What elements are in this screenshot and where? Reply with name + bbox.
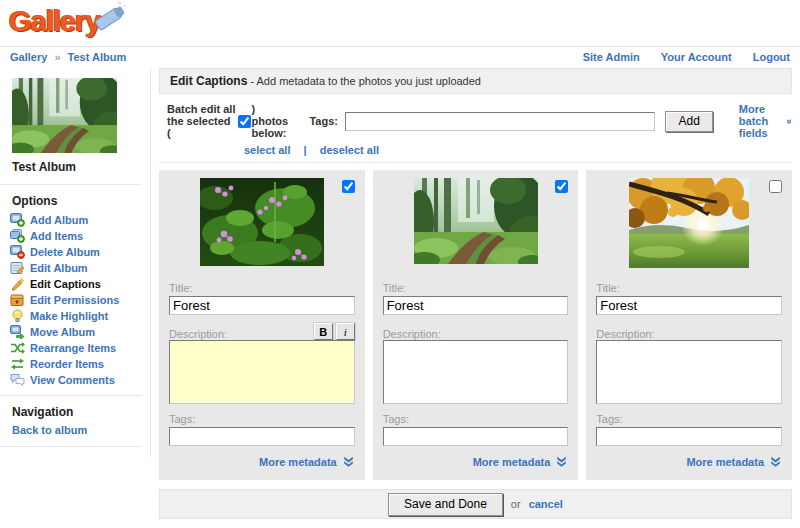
photo-thumbnail-forest-path [414, 178, 538, 264]
batch-tags-input[interactable] [345, 112, 656, 131]
photo-card-1: Title: Description: B i Tags: More metad… [159, 170, 365, 480]
chevron-double-down-icon [769, 455, 782, 468]
main-panel: Edit Captions - Add metadata to the phot… [151, 68, 800, 519]
select-separator: | [304, 144, 307, 156]
sidebar-item-rearrange-items[interactable]: Rearrange Items [10, 341, 150, 355]
sidebar-item-label: Move Album [30, 325, 95, 339]
bold-button[interactable]: B [314, 323, 333, 340]
more-batch-fields-link[interactable]: More batch fields [739, 103, 792, 139]
sidebar-item-view-comments[interactable]: View Comments [10, 373, 150, 387]
sidebar-divider [0, 184, 142, 185]
description-label: Description: [596, 328, 654, 340]
sidebar-divider [0, 446, 142, 447]
tags-label: Tags: [169, 413, 355, 425]
add-tags-button[interactable]: Add [665, 111, 712, 132]
title-input[interactable] [169, 296, 355, 315]
add-items-icon [10, 229, 25, 243]
sidebar-item-add-album[interactable]: Add Album [10, 213, 150, 227]
description-label: Description: [169, 328, 227, 340]
title-label: Title: [169, 282, 355, 294]
page-title-separator: - [250, 75, 254, 87]
sidebar-item-edit-album[interactable]: Edit Album [10, 261, 150, 275]
add-album-icon [10, 213, 25, 227]
sidebar: Test Album Options Add Album Add Items D… [0, 68, 151, 457]
breadcrumb-separator: » [54, 51, 60, 63]
batch-edit-label-post: ) photos below: [252, 103, 292, 139]
reorder-items-icon [10, 357, 25, 371]
gallery-logo[interactable]: Gallery [9, 5, 100, 38]
your-account-link[interactable]: Your Account [661, 51, 732, 63]
chevron-double-down-icon [342, 455, 355, 468]
description-textarea[interactable] [596, 340, 782, 404]
action-bar: Save and Done or cancel [159, 489, 792, 519]
album-thumbnail[interactable] [12, 78, 117, 153]
user-nav: Site Admin Your Account Logout [565, 51, 790, 63]
sidebar-item-reorder-items[interactable]: Reorder Items [10, 357, 150, 371]
chevron-double-down-icon [786, 115, 792, 128]
sidebar-item-delete-album[interactable]: Delete Album [10, 245, 150, 259]
tags-label: Tags: [383, 413, 569, 425]
tags-input[interactable] [169, 427, 355, 446]
make-highlight-icon [10, 309, 25, 323]
sidebar-item-label: Add Items [30, 229, 83, 243]
photo-card-3: Title: Description: Tags: More metadata [586, 170, 792, 480]
edit-album-icon [10, 261, 25, 275]
page-subtitle: Add metadata to the photos you just uplo… [257, 75, 481, 87]
sidebar-item-add-items[interactable]: Add Items [10, 229, 150, 243]
edit-captions-icon [10, 277, 25, 291]
photo-thumbnail-flowers [200, 178, 324, 266]
page-title: Edit Captions [170, 74, 247, 88]
edit-permissions-icon [10, 293, 25, 307]
tags-input[interactable] [383, 427, 569, 446]
sidebar-item-label: Edit Captions [30, 277, 101, 291]
select-all-link[interactable]: select all [244, 144, 290, 156]
more-metadata-link[interactable]: More metadata [169, 455, 355, 468]
sidebar-item-edit-captions: Edit Captions [10, 277, 150, 291]
back-to-album-link[interactable]: Back to album [12, 424, 150, 436]
cancel-link[interactable]: cancel [529, 498, 563, 510]
or-text: or [511, 498, 521, 510]
sidebar-item-label: Delete Album [30, 245, 100, 259]
title-input[interactable] [596, 296, 782, 315]
title-label: Title: [596, 282, 782, 294]
breadcrumb-gallery-link[interactable]: Gallery [10, 51, 47, 63]
deselect-all-link[interactable]: deselect all [320, 144, 379, 156]
sidebar-item-label: Edit Album [30, 261, 88, 275]
description-label: Description: [383, 328, 441, 340]
title-label: Title: [383, 282, 569, 294]
view-comments-icon [10, 373, 25, 387]
options-heading: Options [12, 194, 150, 208]
sidebar-item-label: View Comments [30, 373, 115, 387]
top-header: Gallery [0, 0, 800, 47]
tags-input[interactable] [596, 427, 782, 446]
batch-select-checkbox[interactable] [238, 115, 251, 128]
breadcrumb-album-link[interactable]: Test Album [68, 51, 127, 63]
sidebar-item-label: Rearrange Items [30, 341, 116, 355]
delete-album-icon [10, 245, 25, 259]
navigation-heading: Navigation [12, 405, 150, 419]
save-and-done-button[interactable]: Save and Done [388, 493, 503, 516]
logout-link[interactable]: Logout [753, 51, 790, 63]
sidebar-item-edit-permissions[interactable]: Edit Permissions [10, 293, 150, 307]
sidebar-item-move-album[interactable]: Move Album [10, 325, 150, 339]
album-title: Test Album [12, 160, 150, 174]
move-album-icon [10, 325, 25, 339]
tags-label: Tags: [596, 413, 782, 425]
sidebar-item-make-highlight[interactable]: Make Highlight [10, 309, 150, 323]
photo-card-2: Title: Description: Tags: More metadata [373, 170, 579, 480]
site-admin-link[interactable]: Site Admin [583, 51, 640, 63]
breadcrumb: Gallery » Test Album [10, 51, 130, 63]
batch-tags-label: Tags: [309, 115, 338, 127]
more-metadata-link[interactable]: More metadata [596, 455, 782, 468]
photo-select-checkbox[interactable] [342, 180, 355, 193]
sidebar-item-label: Reorder Items [30, 357, 104, 371]
paintbrush-icon [85, 1, 133, 35]
sidebar-item-label: Edit Permissions [30, 293, 119, 307]
description-textarea[interactable] [383, 340, 569, 404]
description-textarea[interactable] [169, 340, 355, 404]
title-input[interactable] [383, 296, 569, 315]
photo-select-checkbox[interactable] [555, 180, 568, 193]
photo-select-checkbox[interactable] [769, 180, 782, 193]
more-metadata-link[interactable]: More metadata [383, 455, 569, 468]
italic-button[interactable]: i [336, 323, 355, 340]
